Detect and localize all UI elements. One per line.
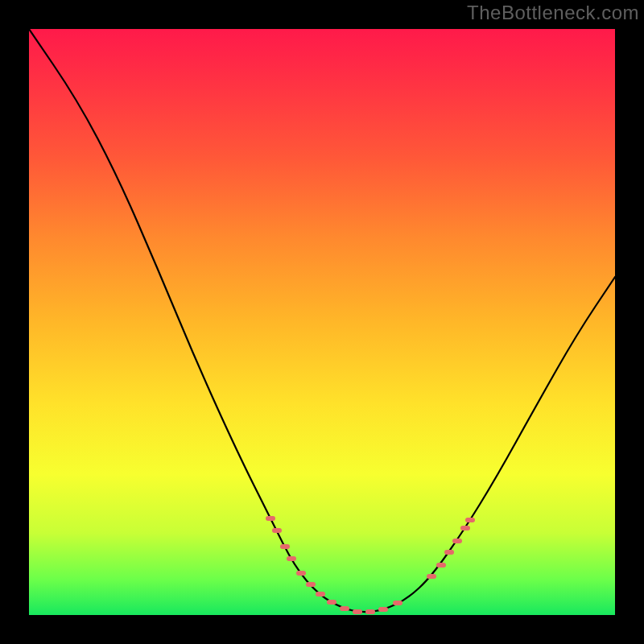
svg-rect-13: [427, 574, 436, 579]
svg-rect-7: [327, 600, 336, 605]
svg-rect-10: [365, 609, 375, 614]
svg-rect-11: [378, 607, 388, 612]
svg-rect-4: [296, 571, 306, 576]
svg-rect-14: [436, 563, 446, 568]
svg-rect-2: [280, 544, 290, 549]
svg-rect-3: [287, 556, 296, 561]
chart-svg: [29, 29, 615, 615]
chart-container: TheBottleneck.com: [0, 0, 644, 644]
svg-rect-6: [316, 592, 325, 597]
svg-rect-17: [460, 526, 470, 530]
svg-rect-9: [353, 609, 362, 614]
curve-main: [29, 29, 615, 612]
svg-rect-16: [452, 539, 462, 543]
svg-rect-5: [306, 582, 316, 587]
svg-rect-0: [266, 516, 275, 521]
svg-rect-1: [272, 528, 282, 533]
plot-area: [29, 29, 615, 615]
highlight-dots: [266, 516, 475, 614]
watermark-text: TheBottleneck.com: [467, 2, 639, 24]
svg-rect-8: [340, 606, 349, 611]
svg-rect-18: [465, 518, 475, 522]
svg-rect-12: [393, 601, 402, 605]
svg-rect-15: [444, 550, 454, 555]
